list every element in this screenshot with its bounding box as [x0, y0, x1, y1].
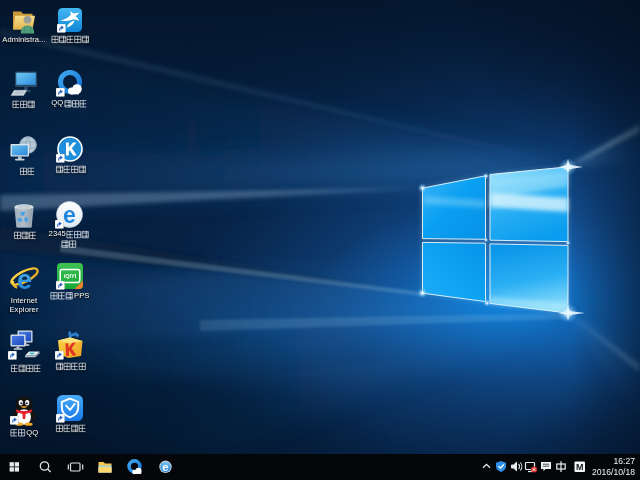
svg-text:e: e — [63, 202, 76, 228]
svg-text:e: e — [162, 461, 168, 473]
svg-text:e: e — [16, 265, 31, 295]
svg-text:M: M — [576, 462, 584, 472]
svg-text:iQIYI: iQIYI — [63, 273, 76, 279]
